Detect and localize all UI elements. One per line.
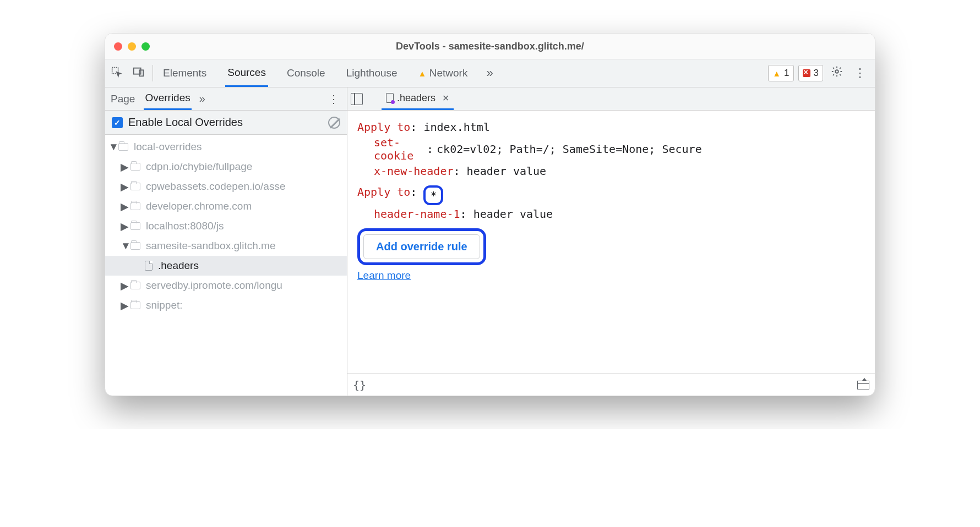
tab-sources[interactable]: Sources <box>225 60 268 87</box>
header-value[interactable]: ck02=vl02; Path=/; SameSite=None; Secure <box>437 142 702 156</box>
svg-rect-2 <box>139 70 143 76</box>
svg-point-3 <box>835 70 839 73</box>
tree-folder[interactable]: ▶snippet: <box>105 295 347 315</box>
window-title: DevTools - samesite-sandbox.glitch.me/ <box>105 41 875 52</box>
more-tabs-icon[interactable]: » <box>486 66 493 80</box>
header-name[interactable]: set-cookie <box>374 136 423 162</box>
sidebar-more-icon[interactable]: ⋮ <box>325 92 342 106</box>
inspect-element-icon[interactable] <box>111 66 123 81</box>
braces-icon[interactable]: {} <box>353 378 366 392</box>
tree-folder[interactable]: ▶localhost:8080/js <box>105 216 347 236</box>
toggle-navigator-icon[interactable] <box>351 93 363 105</box>
editor-tab-strip: .headers ✕ <box>347 87 875 111</box>
tab-network[interactable]: ▲ Network <box>416 61 470 86</box>
sidebar-subtabs: Page Overrides » ⋮ <box>105 87 347 111</box>
tree-file-headers[interactable]: .headers <box>105 256 347 276</box>
add-override-rule-button[interactable]: Add override rule <box>363 234 480 259</box>
device-toolbar-icon[interactable] <box>133 66 145 81</box>
subtab-page[interactable]: Page <box>110 89 136 109</box>
header-value[interactable]: header value <box>473 207 553 221</box>
warnings-badge[interactable]: ▲1 <box>768 65 793 81</box>
tree-folder[interactable]: ▶developer.chrome.com <box>105 196 347 216</box>
subtab-overrides[interactable]: Overrides <box>144 87 191 110</box>
tree-root[interactable]: ▼ local-overrides <box>105 137 347 157</box>
more-menu-icon[interactable]: ⋮ <box>851 66 869 80</box>
add-override-highlight: Add override rule <box>357 228 486 265</box>
tree-folder[interactable]: ▶servedby.ipromote.com/longu <box>105 276 347 295</box>
maximize-window-button[interactable] <box>141 42 150 51</box>
show-drawer-icon[interactable] <box>857 381 869 389</box>
apply-to-value[interactable]: index.html <box>423 120 489 134</box>
tab-lighthouse[interactable]: Lighthouse <box>344 61 400 86</box>
minimize-window-button[interactable] <box>128 42 136 51</box>
devtools-toolbar: Elements Sources Console Lighthouse ▲ Ne… <box>105 59 875 87</box>
tree-folder[interactable]: ▼samesite-sandbox.glitch.me <box>105 236 347 256</box>
window-titlebar: DevTools - samesite-sandbox.glitch.me/ <box>105 34 875 59</box>
enable-overrides-row: ✓ Enable Local Overrides <box>105 111 347 135</box>
tree-folder[interactable]: ▶cpwebassets.codepen.io/asse <box>105 177 347 196</box>
devtools-window: DevTools - samesite-sandbox.glitch.me/ E… <box>105 33 875 396</box>
editor-content: Apply to: index.html set-cookie : ck02=v… <box>347 111 875 374</box>
editor-tab-headers[interactable]: .headers ✕ <box>382 88 454 110</box>
editor-footer: {} <box>347 374 875 396</box>
file-override-icon <box>386 93 394 103</box>
close-tab-icon[interactable]: ✕ <box>442 93 449 103</box>
header-value[interactable]: header value <box>467 164 547 178</box>
more-subtabs-icon[interactable]: » <box>199 92 205 105</box>
apply-to-label: Apply to <box>357 120 410 134</box>
enable-overrides-checkbox[interactable]: ✓ <box>112 117 123 128</box>
tab-elements[interactable]: Elements <box>161 61 209 86</box>
editor-pane: .headers ✕ Apply to: index.html set-cook… <box>347 87 875 396</box>
traffic-lights <box>114 42 150 51</box>
apply-to-value-highlighted[interactable]: * <box>423 185 443 205</box>
sidebar: Page Overrides » ⋮ ✓ Enable Local Overri… <box>105 87 347 396</box>
file-tree: ▼ local-overrides ▶cdpn.io/chybie/fullpa… <box>105 135 347 396</box>
header-name[interactable]: x-new-header <box>374 164 454 178</box>
tree-folder[interactable]: ▶cdpn.io/chybie/fullpage <box>105 157 347 177</box>
enable-overrides-label: Enable Local Overrides <box>128 116 243 129</box>
header-name[interactable]: header-name-1 <box>374 207 460 221</box>
learn-more-link[interactable]: Learn more <box>357 270 411 281</box>
tab-console[interactable]: Console <box>285 61 328 86</box>
clear-overrides-icon[interactable] <box>328 117 340 129</box>
errors-badge[interactable]: 3 <box>798 65 823 81</box>
settings-gear-icon[interactable] <box>827 65 846 81</box>
close-window-button[interactable] <box>114 42 122 51</box>
apply-to-label: Apply to <box>357 185 410 199</box>
